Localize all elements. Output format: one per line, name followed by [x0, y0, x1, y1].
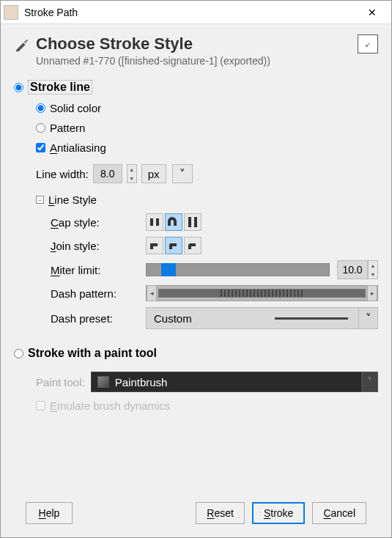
- dash-preset-select[interactable]: Custom ˅: [146, 307, 378, 329]
- stroke-line-group: Solid color Pattern Antialiasing Line wi…: [36, 102, 378, 335]
- stroke-line-radio-row: Stroke line: [14, 80, 378, 95]
- svg-rect-2: [188, 217, 191, 227]
- emulate-dynamics-label: Emulate brush dynamics: [50, 399, 170, 412]
- line-width-unit: px: [141, 164, 166, 183]
- line-style-label: Line Style: [48, 194, 97, 206]
- solid-color-radio[interactable]: [36, 103, 45, 113]
- preview-swatch-button[interactable]: ↙: [358, 34, 378, 54]
- line-width-unit-dropdown[interactable]: ˅: [172, 164, 193, 183]
- dash-preset-value: Custom: [154, 312, 192, 325]
- paint-tool-value: Paintbrush: [115, 376, 168, 388]
- line-width-row: Line width: ▲▼ px ˅: [36, 164, 378, 183]
- line-width-input[interactable]: [93, 164, 122, 183]
- antialiasing-checkbox[interactable]: [36, 143, 45, 152]
- chevron-down-icon: ˅: [358, 308, 377, 328]
- antialiasing-label: Antialiasing: [50, 141, 106, 154]
- close-button[interactable]: ✕: [356, 7, 388, 18]
- join-style-label: Join style:: [51, 240, 146, 252]
- titlebar: Stroke Path ✕: [1, 1, 391, 24]
- miter-limit-slider[interactable]: [146, 263, 330, 276]
- cap-round-button[interactable]: [165, 213, 182, 231]
- solid-color-label: Solid color: [50, 102, 101, 114]
- svg-rect-1: [156, 218, 159, 226]
- help-button[interactable]: Help: [26, 502, 73, 524]
- join-bevel-button[interactable]: [184, 237, 201, 254]
- cap-square-button[interactable]: [184, 213, 201, 231]
- solid-color-row: Solid color: [36, 102, 378, 114]
- dialog-subtitle: Unnamed #1-770 ([finished-signature-1] (…: [36, 55, 352, 67]
- dash-scroll-left[interactable]: ◂: [147, 285, 157, 301]
- emulate-dynamics-row: Emulate brush dynamics: [36, 399, 378, 412]
- dash-preset-label: Dash preset:: [51, 312, 146, 325]
- button-bar: Help Reset Stroke Cancel: [14, 496, 378, 530]
- dash-pattern-row: Dash pattern: ◂ ▸: [51, 285, 378, 301]
- pattern-row: Pattern: [36, 122, 378, 134]
- stroke-paint-radio[interactable]: [14, 349, 23, 358]
- line-width-label: Line width:: [36, 168, 89, 180]
- reset-button[interactable]: Reset: [196, 502, 245, 524]
- dash-preset-row: Dash preset: Custom ˅: [51, 307, 378, 329]
- stroke-button[interactable]: Stroke: [252, 502, 305, 524]
- dialog-header: Choose Stroke Style Unnamed #1-770 ([fin…: [14, 34, 378, 67]
- join-style-row: Join style:: [51, 237, 378, 254]
- stroke-line-radio[interactable]: [14, 83, 23, 92]
- emulate-dynamics-checkbox: [36, 401, 45, 410]
- pattern-radio[interactable]: [36, 123, 45, 133]
- cap-butt-button[interactable]: [146, 213, 163, 231]
- line-style-expander[interactable]: −: [36, 196, 44, 204]
- stroke-path-dialog: Stroke Path ✕ Choose Stroke Style Unname…: [0, 0, 392, 538]
- app-icon: [4, 5, 18, 20]
- dash-scroll-right[interactable]: ▸: [367, 285, 377, 301]
- dash-pattern-editor[interactable]: ◂ ▸: [146, 285, 378, 301]
- paint-tool-label: Paint tool:: [36, 376, 85, 388]
- dialog-title: Choose Stroke Style: [36, 34, 352, 54]
- stroke-paint-radio-row: Stroke with a paint tool: [14, 347, 378, 360]
- cap-style-label: Cap style:: [51, 216, 146, 229]
- miter-limit-spinner[interactable]: ▲▼: [368, 260, 378, 279]
- cap-style-row: Cap style:: [51, 213, 378, 231]
- line-style-group: Cap style: Join style:: [51, 213, 378, 329]
- miter-limit-label: Miter limit:: [51, 264, 146, 276]
- svg-rect-3: [194, 217, 197, 227]
- dash-pattern-label: Dash pattern:: [51, 287, 146, 300]
- dash-pattern-bar[interactable]: [158, 289, 366, 298]
- dash-preset-preview-icon: [275, 317, 348, 320]
- miter-limit-input[interactable]: [337, 260, 368, 279]
- paint-tool-row: Paint tool: Paintbrush ˅: [36, 372, 378, 392]
- pattern-label: Pattern: [50, 122, 85, 134]
- svg-rect-0: [150, 218, 153, 226]
- miter-limit-row: Miter limit: ▲▼: [51, 260, 378, 279]
- join-round-button[interactable]: [165, 237, 182, 254]
- stroke-paint-label: Stroke with a paint tool: [28, 347, 157, 360]
- cancel-button[interactable]: Cancel: [312, 502, 366, 524]
- miter-limit-thumb[interactable]: [161, 263, 176, 276]
- paint-tool-dropdown-arrow[interactable]: ˅: [362, 372, 378, 392]
- brush-icon: [14, 37, 30, 54]
- paintbrush-icon: [97, 376, 109, 388]
- stroke-line-label: Stroke line: [28, 80, 92, 95]
- line-style-header: − Line Style: [36, 194, 378, 206]
- paint-tool-select[interactable]: Paintbrush: [91, 372, 362, 392]
- line-width-spinner[interactable]: ▲▼: [127, 164, 137, 183]
- window-title: Stroke Path: [24, 7, 356, 18]
- dialog-content: Choose Stroke Style Unnamed #1-770 ([fin…: [1, 24, 391, 537]
- join-miter-button[interactable]: [146, 237, 163, 254]
- antialiasing-row: Antialiasing: [36, 141, 378, 154]
